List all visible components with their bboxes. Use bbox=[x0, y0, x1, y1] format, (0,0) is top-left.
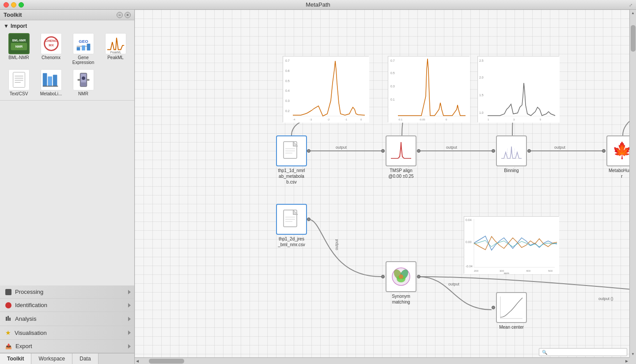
scrollbar-vertical[interactable]: ▲ ▼ bbox=[629, 10, 636, 357]
search-bar[interactable]: 🔍 bbox=[539, 348, 627, 356]
svg-text:400: 400 bbox=[526, 270, 531, 272]
minimize-button[interactable] bbox=[11, 2, 16, 8]
toolkit-header-buttons[interactable]: − × bbox=[117, 12, 131, 18]
toolkit-close-btn[interactable]: × bbox=[125, 12, 131, 18]
scrollbar-horizontal[interactable]: ◀ ▶ bbox=[135, 357, 629, 364]
svg-rect-17 bbox=[13, 72, 25, 88]
visualisation-icon: ★ bbox=[5, 329, 11, 336]
node-binning[interactable]: Binning bbox=[496, 135, 527, 173]
svg-text:-2: -2 bbox=[327, 118, 330, 121]
port-synonym-out bbox=[417, 275, 420, 278]
tab-toolkit[interactable]: Toolkit bbox=[0, 353, 31, 364]
svg-rect-34 bbox=[8, 316, 9, 321]
meancenter-bot-label: Mean center bbox=[499, 324, 524, 330]
svg-rect-23 bbox=[42, 73, 47, 87]
import-icon-arrow: ▼ bbox=[4, 23, 9, 29]
import-item-peakml[interactable]: PeakML PeakML bbox=[100, 32, 131, 66]
sidebar-item-export[interactable]: 📤 Export bbox=[0, 340, 134, 353]
file2-box[interactable] bbox=[276, 204, 307, 235]
scroll-thumb-vertical[interactable] bbox=[631, 25, 636, 52]
port-binning-in bbox=[492, 149, 495, 153]
import-item-metaboli[interactable]: MetaboLi... bbox=[36, 68, 66, 98]
svg-text:BML-NMR: BML-NMR bbox=[12, 39, 26, 42]
nmr-icon bbox=[73, 69, 94, 90]
sidebar-item-visualisation[interactable]: ★ Visualisation bbox=[0, 326, 134, 340]
identification-icon bbox=[5, 302, 11, 308]
svg-text:CHENO: CHENO bbox=[45, 39, 57, 43]
svg-text:0.4: 0.4 bbox=[285, 89, 290, 92]
file2-label: thp1_2d_jres _bml_nmr.csv bbox=[278, 236, 305, 248]
svg-text:0.5: 0.5 bbox=[390, 71, 395, 75]
node-tmsp[interactable]: TMSP align @0.00 ±0.25 bbox=[386, 135, 416, 179]
svg-text:PeakML: PeakML bbox=[110, 51, 121, 54]
svg-text:200: 200 bbox=[474, 270, 479, 272]
scroll-right-arrow[interactable]: ▶ bbox=[624, 358, 629, 364]
node-file2[interactable]: thp1_2d_jres _bml_nmr.csv bbox=[276, 204, 307, 248]
svg-rect-48 bbox=[283, 56, 369, 123]
synonym-box[interactable] bbox=[386, 261, 416, 292]
meancenter-bot-box[interactable] bbox=[496, 292, 527, 323]
import-section-title: ▼ Import bbox=[4, 23, 131, 29]
import-item-bml-nmr[interactable]: BML-NMR NMR BML-NMR bbox=[4, 32, 34, 66]
node-meancenter-bot[interactable]: Mean center bbox=[496, 292, 527, 330]
svg-rect-11 bbox=[76, 47, 80, 51]
node-file1[interactable]: thp1_1d_nmrl ab_metabola b.csv bbox=[276, 135, 307, 185]
scroll-down-arrow[interactable]: ▼ bbox=[630, 351, 636, 357]
workspace-canvas[interactable]: output output output output output () ou… bbox=[135, 10, 636, 364]
svg-rect-31 bbox=[77, 79, 80, 81]
analysis-arrow bbox=[128, 317, 131, 321]
sidebar-item-processing[interactable]: Processing bbox=[0, 285, 134, 299]
spectral-chart-center: 0.7 0.5 0.3 0.1 -0.1 -0.05 0 ppm bbox=[388, 56, 469, 122]
connections-layer: output output output output output () ou… bbox=[135, 10, 636, 364]
maximize-button[interactable] bbox=[19, 2, 24, 8]
close-button[interactable] bbox=[4, 2, 9, 8]
svg-text:0.6: 0.6 bbox=[285, 69, 290, 72]
import-item-gene-expression[interactable]: GEO Gene Expression bbox=[68, 32, 98, 66]
tmsp-box[interactable] bbox=[386, 135, 416, 166]
sidebar-item-identification[interactable]: Identification bbox=[0, 299, 134, 312]
svg-text:1.5: 1.5 bbox=[479, 94, 484, 97]
binning-box[interactable] bbox=[496, 135, 527, 166]
svg-text:output: output bbox=[334, 239, 339, 250]
tab-workspace[interactable]: Workspace bbox=[31, 353, 72, 364]
import-item-text-csv[interactable]: Text/CSV bbox=[4, 68, 34, 98]
search-input[interactable] bbox=[547, 349, 624, 355]
import-item-nmr[interactable]: NMR bbox=[68, 68, 98, 98]
svg-text:GEO: GEO bbox=[79, 39, 88, 44]
svg-rect-25 bbox=[53, 75, 57, 87]
chenomx-icon: CHENO MX bbox=[41, 33, 62, 54]
visualisation-arrow bbox=[128, 330, 131, 335]
svg-point-30 bbox=[82, 76, 85, 80]
traffic-lights[interactable] bbox=[4, 2, 24, 8]
svg-text:ppm: ppm bbox=[504, 272, 509, 274]
svg-text:-0.04: -0.04 bbox=[466, 265, 473, 268]
svg-text:🍁: 🍁 bbox=[612, 141, 632, 160]
toolkit-minimize-btn[interactable]: − bbox=[117, 12, 123, 18]
nmr-label: NMR bbox=[78, 91, 88, 96]
peakml-icon: PeakML bbox=[105, 33, 126, 54]
svg-rect-113 bbox=[464, 217, 559, 274]
sidebar-item-analysis[interactable]: Analysis bbox=[0, 312, 134, 326]
geo-icon: GEO bbox=[73, 33, 94, 54]
scroll-corner bbox=[629, 357, 636, 364]
bottom-tabs[interactable]: Toolkit Workspace Data bbox=[0, 353, 134, 364]
metaboli-icon bbox=[41, 69, 62, 90]
bml-nmr-label: BML-NMR bbox=[8, 55, 29, 60]
tmsp-label: TMSP align @0.00 ±0.25 bbox=[388, 168, 413, 179]
svg-text:0.04: 0.04 bbox=[466, 218, 472, 221]
node-synonym[interactable]: Synonym matching bbox=[386, 261, 416, 305]
svg-text:output (): output () bbox=[598, 296, 613, 301]
title-bar: MetaPath ⤢ bbox=[0, 0, 636, 10]
svg-text:0.2: 0.2 bbox=[285, 109, 290, 113]
scroll-thumb-horizontal[interactable] bbox=[149, 359, 184, 364]
svg-text:0.5: 0.5 bbox=[285, 79, 290, 83]
tab-data[interactable]: Data bbox=[72, 353, 98, 364]
svg-text:-1: -1 bbox=[345, 118, 348, 121]
svg-text:1.0: 1.0 bbox=[479, 111, 484, 114]
file1-box[interactable] bbox=[276, 135, 307, 166]
port-meancenter-bot-in bbox=[492, 306, 495, 309]
scroll-up-arrow[interactable]: ▲ bbox=[630, 10, 636, 16]
svg-text:0.1: 0.1 bbox=[390, 98, 395, 101]
scroll-left-arrow[interactable]: ◀ bbox=[135, 358, 140, 364]
import-item-chenomx[interactable]: CHENO MX Chenomx bbox=[36, 32, 66, 66]
